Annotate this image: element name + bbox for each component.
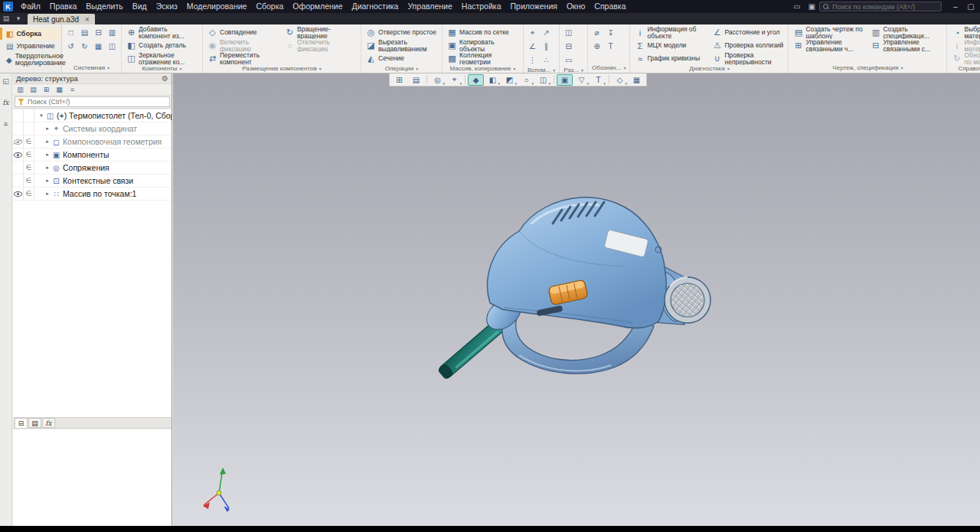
tree-item-point-array[interactable]: ∈ ▸ ∷ Массив по точкам:1: [13, 188, 172, 201]
create-drawing-template-button[interactable]: ▤Создать чертеж по шаблону: [791, 26, 867, 39]
maximize-button[interactable]: ▢: [963, 0, 978, 13]
menu-window[interactable]: Окно: [562, 0, 590, 13]
display-mode-icon[interactable]: ◧: [485, 74, 501, 86]
mirror-components-button[interactable]: ◫Зеркальное отражение ко...: [124, 52, 200, 65]
new-document-icon[interactable]: ▤: [0, 13, 12, 24]
manage-linked-specs-button[interactable]: ⊟Управление связанными с...: [868, 39, 944, 52]
group-label[interactable]: Операции: [364, 65, 439, 73]
object-info-button[interactable]: iИнформация об объекте: [632, 26, 708, 39]
variables-fx-icon[interactable]: fx: [1, 97, 11, 108]
filter-objects-icon[interactable]: ▽: [573, 74, 590, 86]
rotation-rotation-button[interactable]: ↻Вращение-вращение: [283, 26, 358, 39]
visibility-cell[interactable]: [13, 188, 24, 200]
3d-viewport[interactable]: ⊞ ▤ ◎ ⌖ ◆ ◧ ◩ ○ ◫ ▣ ▽ T ◇ ▦: [173, 73, 980, 526]
menu-settings[interactable]: Настройка: [457, 0, 506, 13]
window-layout-icon[interactable]: ⊞: [391, 74, 407, 86]
expander-icon[interactable]: ▸: [44, 165, 51, 171]
tree-view-structure-icon[interactable]: ▥: [15, 85, 26, 95]
sheet-views-icon[interactable]: ▤: [408, 74, 424, 86]
print-icon[interactable]: ▥: [106, 26, 119, 39]
group-label[interactable]: Массив, копирование: [445, 65, 521, 73]
menu-applications[interactable]: Приложения: [506, 0, 562, 13]
group-label[interactable]: Вспом...: [526, 67, 557, 73]
open-doc-icon[interactable]: ▤: [78, 26, 91, 39]
expander-icon[interactable]: ▸: [44, 152, 51, 158]
menu-layout[interactable]: Оформление: [288, 0, 347, 13]
select-material-button[interactable]: ◔Выбрать материал...: [949, 26, 980, 39]
visibility-cell[interactable]: [13, 109, 24, 122]
tree-item-root-assembly[interactable]: ▾ ◫ (+) Термопистолет (Тел-0, Сборочных …: [13, 109, 172, 122]
menu-modeling[interactable]: Моделирование: [182, 0, 252, 13]
menu-assembly[interactable]: Сборка: [251, 0, 288, 13]
move-component-button[interactable]: ⇄Переместить компонент: [205, 52, 281, 65]
filter-icon[interactable]: [18, 99, 24, 106]
menu-edit[interactable]: Правка: [45, 0, 81, 13]
tree-grouping-icon[interactable]: ▦: [54, 85, 65, 95]
panel-menu-icon[interactable]: ≡: [1, 119, 11, 129]
diameter-icon[interactable]: ⌀: [590, 26, 603, 39]
visibility-cell[interactable]: [13, 135, 24, 148]
annotation-size-icon[interactable]: T: [590, 74, 606, 86]
aux-point-icon[interactable]: ⌖: [526, 26, 539, 39]
base-icon[interactable]: ⊕: [590, 40, 603, 53]
save-icon[interactable]: ⊟: [92, 26, 105, 39]
app-logo-icon[interactable]: K: [3, 2, 13, 11]
hide-objects-icon[interactable]: ○: [518, 74, 534, 86]
mode-management[interactable]: ▤ Управление: [0, 40, 61, 52]
tab-close-icon[interactable]: ×: [85, 15, 90, 24]
text-icon[interactable]: T: [604, 40, 617, 53]
grid-array-button[interactable]: ▦Массив по сетке: [445, 26, 521, 39]
gun-body[interactable]: [488, 197, 667, 328]
simplification-icon[interactable]: ▣: [557, 74, 573, 86]
shading-icon[interactable]: ◩: [501, 74, 518, 86]
preview-icon[interactable]: ▦: [92, 40, 105, 53]
menu-management[interactable]: Управление: [403, 0, 456, 13]
menu-select[interactable]: Выделить: [81, 0, 127, 13]
group-label[interactable]: Раз...: [562, 67, 585, 73]
copy-objects-button[interactable]: ▣Копировать объекты: [445, 39, 521, 52]
menu-file[interactable]: Файл: [16, 0, 45, 13]
new-doc-icon[interactable]: □: [64, 26, 77, 39]
orientation-cube-icon[interactable]: ◆: [468, 74, 484, 86]
dock-panel-icon[interactable]: ◱: [1, 76, 11, 86]
section-plane-icon[interactable]: ▭: [562, 54, 575, 67]
group-label[interactable]: Обознач...: [590, 64, 627, 73]
add-component-button[interactable]: ⊕Добавить компонент из...: [124, 26, 200, 39]
menu-help[interactable]: Справка: [590, 0, 630, 13]
distance-angle-button[interactable]: ∠Расстояние и угол: [710, 26, 786, 39]
leader-icon[interactable]: ↧: [604, 26, 617, 39]
group-label[interactable]: Справочник мате...: [949, 65, 980, 73]
tree-item-mates[interactable]: ∈ ▸ ◎ Сопряжения: [13, 162, 172, 175]
mass-properties-button[interactable]: ΣМЦХ модели: [632, 39, 708, 52]
geometry-collection-button[interactable]: ▩Коллекция геометрии: [445, 52, 521, 65]
tree-expand-icon[interactable]: ⊞: [41, 85, 52, 95]
command-search[interactable]: [819, 2, 942, 11]
expander-icon[interactable]: ▸: [44, 139, 51, 145]
curvature-graph-button[interactable]: ≈График кривизны: [632, 52, 708, 65]
eye-off-icon[interactable]: [14, 139, 22, 145]
grid-icon[interactable]: ▦: [629, 74, 645, 86]
eye-icon[interactable]: [14, 152, 22, 158]
cut-extrude-button[interactable]: ◪Вырезать выдавливанием: [364, 39, 439, 52]
create-part-button[interactable]: ◧Создать деталь: [124, 39, 200, 52]
tab-additional[interactable]: ▤: [28, 418, 41, 428]
aux-points-icon[interactable]: ∴: [540, 54, 553, 67]
continuity-check-button[interactable]: ∪Проверка непрерывности: [710, 52, 786, 65]
pan-target-icon[interactable]: ⌖: [446, 74, 462, 86]
group-label[interactable]: Системная: [64, 64, 119, 73]
collision-check-button[interactable]: ⚠Проверка коллизий: [710, 39, 786, 52]
mode-solid-modeling[interactable]: ◆ Твердотельное моделирование: [0, 52, 61, 67]
expander-icon[interactable]: ▸: [44, 191, 51, 197]
tree-item-layout-geometry[interactable]: ∈ ▸ ◻ Компоновочная геометрия: [13, 135, 172, 149]
menu-view[interactable]: Вид: [128, 0, 152, 13]
tree-search-box[interactable]: [15, 96, 170, 107]
redo-icon[interactable]: ↻: [78, 40, 91, 53]
zoom-icon[interactable]: ◎: [430, 74, 446, 86]
tree-item-components[interactable]: ∈ ▸ ▣ Компоненты: [13, 149, 172, 162]
document-tab[interactable]: Heat gun.a3d ×: [28, 14, 95, 24]
menu-sketch[interactable]: Эскиз: [152, 0, 182, 13]
group-label[interactable]: Компоненты: [124, 65, 200, 73]
command-search-input[interactable]: [832, 3, 938, 11]
create-specification-button[interactable]: ▥Создать спецификаци...: [868, 26, 944, 39]
aux-angle-icon[interactable]: ∠: [526, 40, 539, 53]
